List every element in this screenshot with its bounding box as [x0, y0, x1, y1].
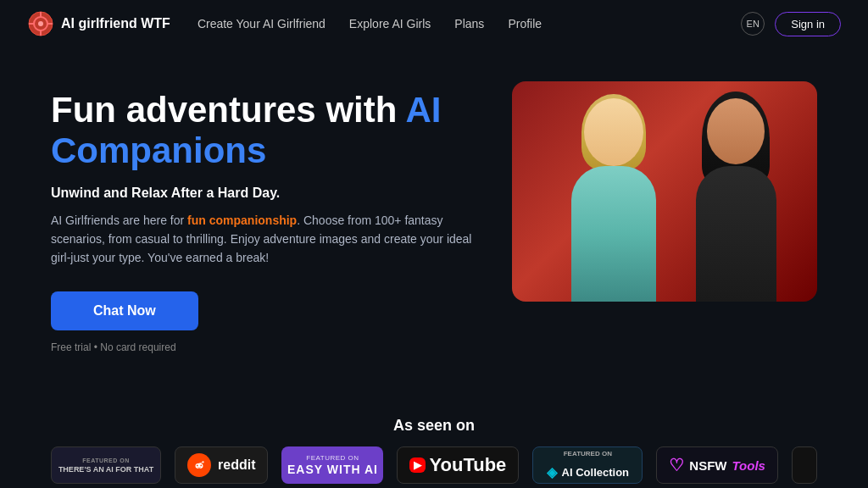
badge-easy-with-ai[interactable]: FEATURED ON EASY WITH AI [281, 446, 383, 484]
aicollection-featured: Featured On [564, 450, 612, 458]
left-body [571, 166, 656, 302]
badge-taaft[interactable]: FEATURED ON THERE'S AN AI FOR THAT [51, 446, 161, 484]
nsfw-tools-label: Tools [732, 458, 765, 473]
taaft-name: THERE'S AN AI FOR THAT [58, 465, 153, 474]
as-seen-on-title: As seen on [34, 417, 834, 435]
svg-point-2 [38, 21, 43, 26]
svg-point-10 [200, 465, 202, 467]
hero-title-ai-inline: AI [406, 90, 442, 130]
navbar: AI girlfriend WTF Create Your AI Girlfri… [0, 0, 868, 47]
hero-body-prefix: AI Girlfriends are here for [51, 214, 187, 227]
brand-name: AI girlfriend WTF [61, 16, 170, 31]
hero-body: AI Girlfriends are here for fun companio… [51, 211, 478, 268]
badge-ai-collection[interactable]: Featured On ◈ AI Collection [532, 446, 643, 484]
right-body [696, 166, 776, 302]
figure-right [682, 98, 792, 302]
left-head [584, 98, 643, 166]
nav-create[interactable]: Create Your AI Girlfriend [198, 17, 326, 30]
aicollection-icon: ◈ [547, 464, 557, 480]
chat-now-button[interactable]: Chat Now [51, 291, 198, 330]
easy-featured: FEATURED ON [306, 454, 359, 462]
hero-title-companions: Companions [51, 130, 266, 170]
youtube-label: YouTube [429, 454, 506, 476]
reddit-icon [187, 453, 211, 477]
signin-button[interactable]: Sign in [775, 12, 841, 36]
aicollection-label: AI Collection [562, 466, 629, 479]
nav-explore[interactable]: Explore AI Girls [349, 17, 431, 30]
logos-row: FEATURED ON THERE'S AN AI FOR THAT reddi… [34, 446, 834, 484]
as-seen-on-section: As seen on FEATURED ON THERE'S AN AI FOR… [0, 403, 868, 488]
language-selector[interactable]: EN [741, 12, 765, 36]
hero-section: Fun adventures with AI Companions Unwind… [0, 47, 868, 403]
figure-left [554, 98, 673, 302]
svg-point-9 [197, 465, 198, 467]
hero-title: Fun adventures with AI Companions [51, 90, 478, 172]
free-trial-label: Free trial • No card required [51, 341, 176, 353]
youtube-icon: ▶ [409, 458, 426, 473]
hero-title-white: Fun adventures with [51, 90, 397, 130]
right-head [707, 98, 765, 164]
navbar-actions: EN Sign in [741, 12, 841, 36]
nav-plans[interactable]: Plans [454, 17, 484, 30]
nav-profile[interactable]: Profile [508, 17, 542, 30]
svg-point-11 [202, 461, 203, 463]
hero-body-highlight: fun companionship [187, 214, 297, 227]
easy-name: EASY WITH AI [287, 463, 378, 476]
nsfw-label: NSFW [689, 458, 726, 473]
hero-content: Fun adventures with AI Companions Unwind… [51, 81, 478, 354]
badge-reddit[interactable]: reddit [175, 446, 268, 484]
nav-links: Create Your AI Girlfriend Explore AI Gir… [198, 17, 741, 30]
brand-logo[interactable]: AI girlfriend WTF [27, 10, 170, 37]
badge-partial [792, 446, 817, 484]
aicollection-row: ◈ AI Collection [547, 464, 629, 480]
hero-subtitle: Unwind and Relax After a Hard Day. [51, 186, 478, 201]
badge-nsfw-tools[interactable]: ♡ NSFW Tools [656, 446, 778, 484]
nsfw-heart-icon: ♡ [669, 455, 684, 475]
taaft-featured: FEATURED ON [82, 458, 130, 463]
reddit-label: reddit [218, 458, 255, 473]
hero-image [512, 81, 817, 302]
badge-youtube[interactable]: ▶ YouTube [397, 446, 519, 484]
logo-icon [27, 10, 54, 37]
